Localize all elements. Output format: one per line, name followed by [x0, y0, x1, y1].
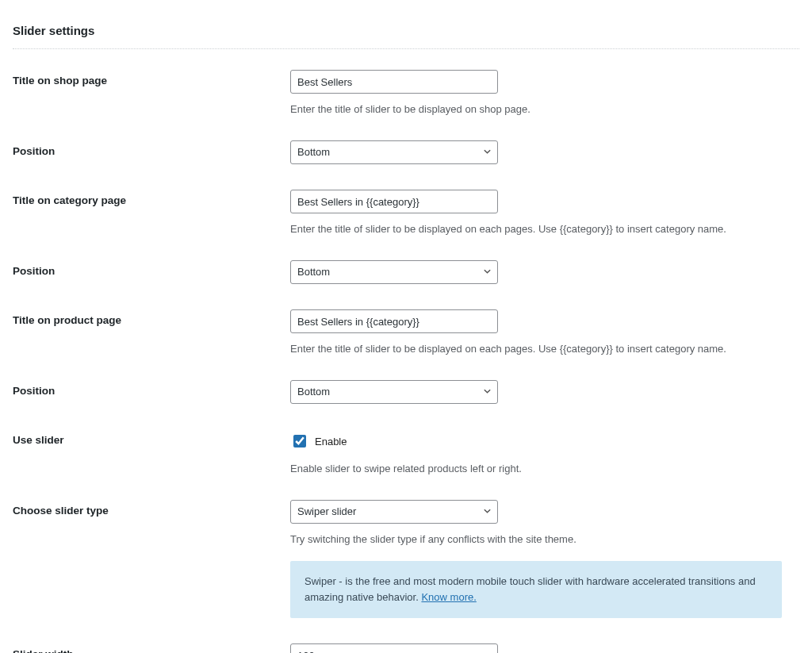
slider-type-know-more-link[interactable]: Know more.	[421, 591, 476, 603]
slider-type-info: Swiper - is the free and most modern mob…	[290, 561, 782, 618]
use-slider-enable-text: Enable	[315, 436, 347, 447]
use-slider-checkbox[interactable]	[293, 435, 306, 447]
label-position-shop: Position	[13, 140, 290, 157]
help-title-category: Enter the title of slider to be displaye…	[290, 223, 799, 235]
label-title-category: Title on category page	[13, 190, 290, 206]
position-shop-select[interactable]: Bottom	[290, 140, 498, 164]
help-title-product: Enter the title of slider to be displaye…	[290, 343, 799, 355]
position-category-select[interactable]: Bottom	[290, 260, 498, 284]
slider-width-input[interactable]	[290, 643, 498, 653]
slider-type-select[interactable]: Swiper slider	[290, 500, 498, 524]
title-shop-input[interactable]	[290, 70, 498, 94]
label-title-product: Title on product page	[13, 309, 290, 326]
section-divider	[13, 48, 799, 49]
label-position-product: Position	[13, 380, 290, 397]
help-title-shop: Enter the title of slider to be displaye…	[290, 103, 799, 115]
section-title: Slider settings	[13, 24, 799, 37]
label-position-category: Position	[13, 260, 290, 277]
help-slider-type: Try switching the slider type if any con…	[290, 533, 799, 545]
label-slider-width: Slider width	[13, 643, 290, 653]
label-title-shop: Title on shop page	[13, 70, 290, 86]
slider-type-info-text: Swiper - is the free and most modern mob…	[304, 575, 756, 603]
position-product-select[interactable]: Bottom	[290, 380, 498, 404]
label-use-slider: Use slider	[13, 429, 290, 446]
label-slider-type: Choose slider type	[13, 500, 290, 517]
title-category-input[interactable]	[290, 190, 498, 213]
title-product-input[interactable]	[290, 309, 498, 333]
help-use-slider: Enable slider to swipe related products …	[290, 463, 799, 474]
